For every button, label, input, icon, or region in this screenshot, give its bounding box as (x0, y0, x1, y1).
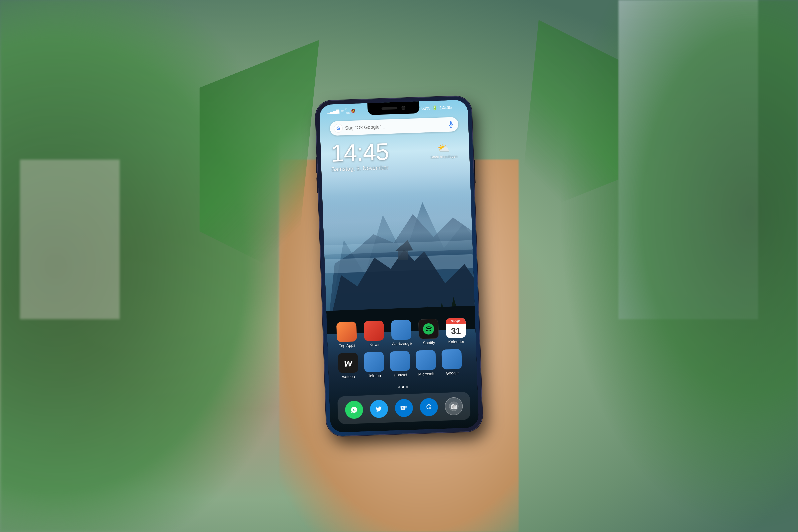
phone-body: ▁▃▅▇ ≋ 0k/s 🔕 63% 🔋 14:45 G Sag "Ok Goog… (316, 96, 482, 436)
app-item-google[interactable]: Google (439, 349, 464, 376)
weather-widget[interactable]: ⛅ Stadt hinzufügen (430, 142, 457, 159)
clock-widget: 14:45 Samstag, 3. November (330, 139, 390, 173)
app-item-top-apps[interactable]: Top Apps (334, 321, 359, 348)
whatsapp-logo-svg (349, 404, 360, 415)
front-camera (401, 106, 405, 110)
calendar-inner: Google 31 (445, 318, 466, 338)
svg-text:O: O (402, 407, 404, 409)
dock-outlook-icon[interactable]: O (395, 399, 413, 417)
app-item-news[interactable]: News (362, 320, 386, 347)
kalender-label: Kalender (448, 339, 464, 344)
floor-left-bg (20, 159, 120, 319)
mist-layer (322, 191, 473, 262)
battery-icon: 🔋 (432, 105, 438, 111)
app-item-watson[interactable]: w watson (336, 353, 361, 379)
watson-icon[interactable]: w (338, 353, 358, 373)
app-item-spotify[interactable]: Spotify (416, 318, 441, 345)
status-left: ▁▃▅▇ ≋ 0k/s 🔕 (327, 107, 356, 115)
app-item-telefon[interactable]: Telefon (362, 352, 386, 378)
top-apps-icon[interactable] (336, 321, 357, 342)
huawei-label: Huawei (394, 372, 407, 377)
calendar-number: 31 (451, 324, 461, 338)
spotify-label: Spotify (423, 340, 435, 345)
dock: O (337, 392, 471, 424)
page-dot-1[interactable] (398, 386, 400, 388)
svg-point-24 (424, 402, 434, 412)
folder-grid-werkzeuge (399, 327, 404, 332)
google-icon[interactable] (441, 349, 462, 369)
mute-icon: 🔕 (351, 109, 356, 113)
outlook-logo-svg: O (399, 403, 409, 413)
folder-grid-google (450, 357, 454, 362)
watson-label: watson (342, 374, 355, 379)
data-speed: 0k/s (345, 107, 350, 115)
weather-cloud-icon: ⛅ (437, 142, 450, 154)
folder-grid-top-apps (344, 329, 349, 334)
spotify-logo-svg (422, 323, 435, 335)
google-g-logo: G (334, 124, 343, 133)
werkzeuge-label: Werkzeuge (392, 341, 412, 346)
google-label: Google (446, 370, 459, 375)
app-row-1: Top Apps News (333, 317, 470, 348)
spotify-icon[interactable] (418, 319, 439, 339)
camera-logo-svg (449, 401, 459, 411)
search-placeholder: Sag "Ok Google"... (345, 122, 445, 131)
microphone-icon[interactable] (447, 120, 454, 128)
status-right: 63% 🔋 14:45 (421, 104, 452, 111)
speaker-grill (381, 107, 397, 110)
twitter-logo-svg (374, 404, 384, 414)
microsoft-icon[interactable] (416, 350, 436, 370)
clock-time: 14:45 (330, 139, 389, 165)
folder-grid-telefon (372, 359, 377, 364)
svg-rect-12 (450, 121, 452, 125)
kalender-icon[interactable]: Google 31 (445, 318, 466, 338)
phone-container: ▁▃▅▇ ≋ 0k/s 🔕 63% 🔋 14:45 G Sag "Ok Goog… (316, 96, 482, 436)
app-grid: Top Apps News (327, 317, 477, 385)
edge-logo-svg (424, 402, 434, 412)
app-row-2: w watson (334, 348, 471, 379)
folder-grid-news (372, 328, 377, 333)
notch (367, 101, 420, 115)
wifi-icon: ≋ (341, 109, 344, 114)
watson-w-letter: w (344, 357, 353, 369)
battery-percent: 63% (421, 106, 430, 111)
page-dot-3[interactable] (406, 386, 408, 388)
huawei-icon[interactable] (390, 351, 410, 371)
status-time: 14:45 (439, 104, 452, 111)
app-item-microsoft[interactable]: Microsoft (414, 350, 438, 377)
news-label: News (369, 342, 379, 347)
page-dot-2[interactable] (402, 386, 404, 388)
calendar-header: Google (445, 318, 466, 324)
app-item-kalender[interactable]: Google 31 Kalender (443, 318, 468, 344)
app-item-werkzeuge[interactable]: Werkzeuge (389, 319, 414, 346)
dock-whatsapp-icon[interactable] (345, 400, 363, 419)
microsoft-label: Microsoft (418, 372, 435, 377)
news-icon[interactable] (364, 320, 384, 341)
dock-twitter-icon[interactable] (370, 400, 388, 418)
werkzeuge-icon[interactable] (391, 320, 411, 340)
app-item-huawei[interactable]: Huawei (387, 351, 412, 378)
top-apps-label: Top Apps (339, 343, 356, 348)
dock-camera-icon[interactable] (444, 397, 463, 416)
signal-icon: ▁▃▅▇ (327, 109, 339, 114)
svg-point-15 (423, 323, 434, 335)
dock-edge-icon[interactable] (420, 398, 438, 416)
phone-screen: ▁▃▅▇ ≋ 0k/s 🔕 63% 🔋 14:45 G Sag "Ok Goog… (319, 99, 479, 433)
weather-label: Stadt hinzufügen (431, 154, 458, 159)
folder-grid-huawei (398, 359, 402, 363)
folder-grid-microsoft (423, 358, 428, 362)
telefon-label: Telefon (368, 373, 381, 378)
telefon-icon[interactable] (364, 352, 384, 372)
